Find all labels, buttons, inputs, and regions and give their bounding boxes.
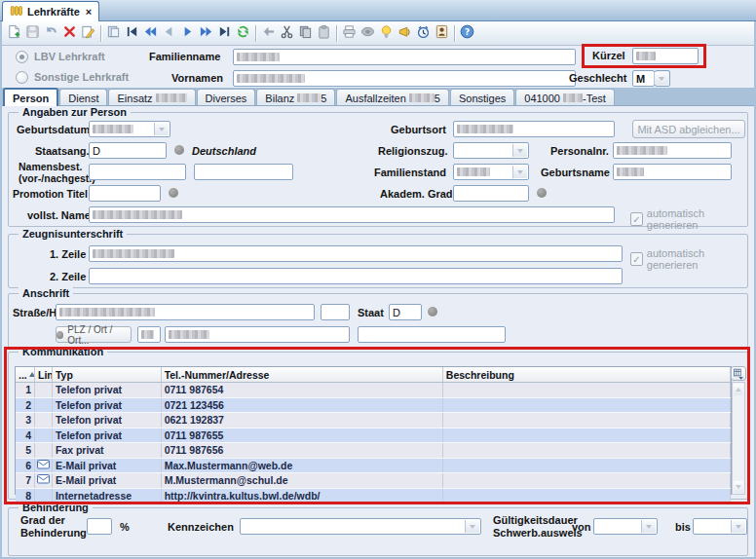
comm-row-5[interactable]: 5Fax privat0711 987656 xyxy=(16,443,731,459)
ort-field[interactable] xyxy=(165,326,350,343)
vollst-name-field[interactable] xyxy=(89,206,615,223)
next-button[interactable] xyxy=(178,24,197,43)
preview-button[interactable] xyxy=(359,24,377,43)
cell-typ: Telefon privat xyxy=(53,429,162,443)
refresh-button[interactable] xyxy=(234,24,252,43)
bis-label: bis xyxy=(675,521,691,533)
forward-button[interactable] xyxy=(197,24,215,43)
tab-sonstiges[interactable]: Sonstiges xyxy=(450,89,514,106)
table-scrollbar[interactable] xyxy=(732,382,745,495)
undo-button[interactable] xyxy=(42,24,60,43)
zeugnisunterschrift-section: Zeugnisunterschrift 1. Zeile ✓automatisc… xyxy=(8,234,748,288)
paste-button[interactable] xyxy=(315,24,333,43)
familienname-field[interactable] xyxy=(233,49,576,65)
vornamen-field[interactable] xyxy=(233,70,576,87)
column-header-beschreibung[interactable]: Beschreibung xyxy=(443,367,731,382)
sonstige-radio[interactable] xyxy=(16,71,28,84)
rewind-button[interactable] xyxy=(141,24,160,43)
grad-label-line1: Grad der xyxy=(20,514,65,526)
promotion-titel-field[interactable] xyxy=(89,185,161,202)
lbv-radio[interactable] xyxy=(16,51,28,63)
namensbest-nachgestellt-field[interactable] xyxy=(194,164,293,180)
reminder-button[interactable] xyxy=(414,24,433,43)
hint-button[interactable] xyxy=(377,24,396,43)
plz-ort-button[interactable]: PLZ / Ort / Ort... xyxy=(56,326,132,343)
cell-nr: 3 xyxy=(16,413,35,428)
user-log-button[interactable] xyxy=(433,24,451,43)
geburtsname-field[interactable] xyxy=(613,164,732,180)
tab-close-icon[interactable]: × xyxy=(86,6,92,18)
lbv-radio-label: LBV Lehrkraft xyxy=(34,51,105,62)
comm-row-1[interactable]: 1Telefon privat0711 987654 xyxy=(16,383,731,398)
navigate-back-button[interactable] xyxy=(259,24,278,43)
tab-bilanz[interactable]: Bilanz5 xyxy=(256,89,335,106)
column-header-link[interactable]: Link xyxy=(35,367,53,382)
grad-field[interactable] xyxy=(87,518,112,535)
tab-ausfallzeiten[interactable]: Ausfallzeiten5 xyxy=(336,89,449,106)
scroll-down-icon[interactable] xyxy=(734,481,743,493)
scroll-up-icon[interactable] xyxy=(734,384,743,395)
geschlecht-combo[interactable] xyxy=(655,70,670,87)
namensbest-vorgestellt-field[interactable] xyxy=(89,164,186,180)
strasse-field[interactable] xyxy=(56,304,315,320)
comm-row-7[interactable]: 7E-Mail privatM.Mustermann@schul.de xyxy=(16,473,731,489)
auto-generieren-checkbox-zeugnis[interactable]: ✓automatisch generieren xyxy=(630,247,747,271)
plz-field[interactable] xyxy=(137,326,161,343)
kennzeichen-combo[interactable] xyxy=(240,518,481,535)
new-record-button[interactable] xyxy=(5,24,23,43)
copy-button[interactable] xyxy=(296,24,315,43)
copy-record-button[interactable] xyxy=(104,24,123,43)
kennzeichen-label: Kennzeichen xyxy=(168,521,234,533)
geburtsdatum-combo[interactable] xyxy=(89,121,170,137)
angaben-zur-person-section: Angaben zur Person Geburtsdatum Geburtso… xyxy=(8,112,748,227)
window-tab-lehrkraefte[interactable]: Lehrkräfte × xyxy=(2,1,99,21)
column-header-tel-nummer-adresse[interactable]: Tel.-Nummer/Adresse xyxy=(162,367,443,382)
akadem-grad-field[interactable] xyxy=(453,185,529,202)
comm-row-3[interactable]: 3Telefon privat0621 192837 xyxy=(16,413,731,429)
familienstand-combo[interactable] xyxy=(453,164,529,180)
delete-button[interactable] xyxy=(60,24,79,43)
first-record-button[interactable] xyxy=(123,24,141,43)
von-combo[interactable] xyxy=(593,518,658,535)
tab-person[interactable]: Person xyxy=(3,88,58,106)
tab-einsatz[interactable]: Einsatz xyxy=(108,89,195,106)
namensbest-label-line2: (vor-/nachgest.) xyxy=(19,172,95,184)
hausnr-zusatz-field[interactable] xyxy=(321,304,350,320)
geburtsort-field[interactable] xyxy=(453,121,615,137)
last-record-button[interactable] xyxy=(215,24,234,43)
column-chooser-button[interactable] xyxy=(731,366,746,381)
mit-asd-abgleichen-button[interactable]: Mit ASD abgleichen... xyxy=(632,120,745,138)
zeile2-field[interactable] xyxy=(89,268,623,284)
zeile1-field[interactable] xyxy=(89,245,623,262)
religionszug-combo[interactable] xyxy=(453,142,529,159)
staatsang-field[interactable]: D xyxy=(89,142,167,159)
bis-combo[interactable] xyxy=(693,518,747,535)
staat-field[interactable]: D xyxy=(389,304,422,320)
kommunikation-table: ...LinkTypTel.-Nummer/AdresseBeschreibun… xyxy=(15,366,732,495)
edit-button[interactable] xyxy=(79,24,97,43)
column-header-nr[interactable]: ... xyxy=(16,367,35,382)
ortsteil-field[interactable] xyxy=(358,326,506,343)
comm-row-6[interactable]: 6E-Mail privatMax.Mustermann@web.de xyxy=(16,459,731,474)
column-header-typ[interactable]: Typ xyxy=(53,367,162,382)
announcement-button[interactable] xyxy=(396,24,414,43)
comm-row-4[interactable]: 4Telefon privat0711 987655 xyxy=(16,429,731,444)
cut-button[interactable] xyxy=(278,24,296,43)
cell-typ: Telefon privat xyxy=(53,383,162,397)
tab-diverses[interactable]: Diverses xyxy=(197,89,256,106)
copy-record-icon xyxy=(106,24,121,43)
save-button[interactable] xyxy=(23,24,42,43)
help-button[interactable]: ? xyxy=(458,24,476,43)
print-button[interactable] xyxy=(340,24,359,43)
tab-041000[interactable]: 041000-Test xyxy=(515,89,615,106)
comm-row-2[interactable]: 2Telefon privat0721 123456 xyxy=(16,398,731,414)
comm-row-8[interactable]: 8Internetadressehttp://kvintra.kultus.bw… xyxy=(16,489,731,504)
previous-button[interactable] xyxy=(160,24,178,43)
kuerzel-field[interactable] xyxy=(632,48,699,64)
gueltig-label-line2: Schwerb.ausweis xyxy=(493,527,583,539)
personalnr-field[interactable] xyxy=(613,142,732,159)
staat-info-dot-icon xyxy=(428,307,437,317)
tab-dienst[interactable]: Dienst xyxy=(59,89,107,106)
personalnr-label: Personalnr. xyxy=(550,145,609,157)
auto-generieren-checkbox-person[interactable]: ✓automatisch generieren xyxy=(630,207,747,231)
